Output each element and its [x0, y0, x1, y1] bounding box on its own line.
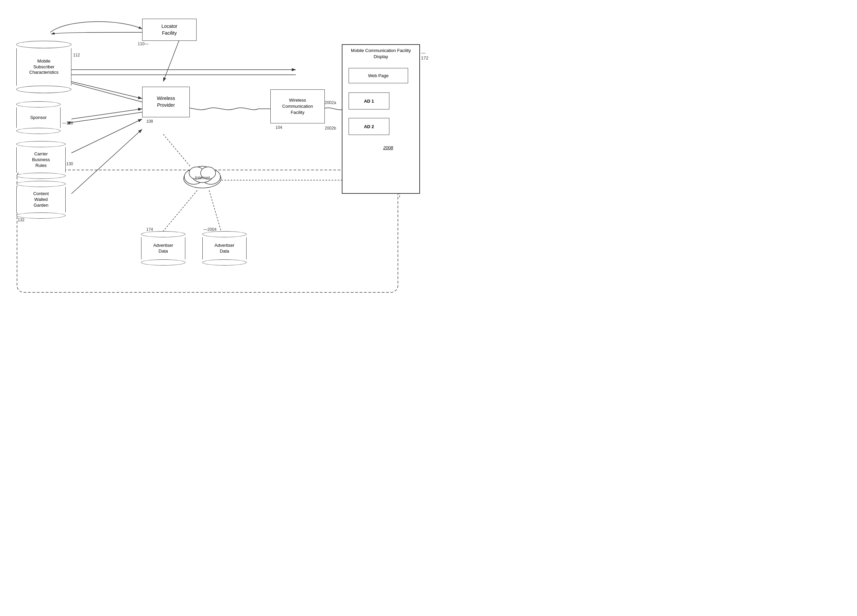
advertiser-data-2-label: Advertiser Data	[215, 243, 235, 254]
advertiser-data-1-cylinder: Advertiser Data	[141, 231, 185, 266]
svg-text:Internet: Internet	[195, 175, 210, 180]
advertiser-data-2-cylinder: Advertiser Data	[203, 231, 246, 266]
svg-line-5	[71, 82, 142, 99]
internet-cloud: Internet	[180, 158, 224, 192]
ad2-box: AD 2	[348, 118, 389, 135]
locator-facility-label: Locator Facility	[162, 23, 178, 36]
svg-line-10	[72, 112, 142, 122]
wireless-comm-label: Wireless Communication Facility	[282, 97, 313, 116]
content-walled-garden-cylinder: Content Walled Garden	[16, 181, 66, 219]
advertiser-data-1-label: Advertiser Data	[153, 243, 173, 254]
svg-line-8	[71, 129, 142, 194]
ref-2002a: 2002a	[325, 100, 336, 105]
ref-174: 174	[146, 227, 153, 232]
ad1-label: AD 1	[364, 99, 374, 104]
ref-172: —172	[421, 50, 428, 60]
ref-110: 110—	[138, 42, 149, 46]
ref-132: 132	[18, 218, 25, 222]
ref-108: 108	[146, 119, 153, 124]
sponsor-cylinder: Sponsor	[16, 101, 60, 134]
sponsor-label: Sponsor	[30, 115, 46, 121]
ref-104: 104	[275, 125, 282, 130]
ref-128: —128	[62, 121, 73, 125]
svg-line-7	[71, 119, 142, 153]
mobile-subscriber-label: Mobile Subscriber Characteristics	[29, 59, 59, 76]
webpage-box: Web Page	[348, 68, 408, 83]
carrier-business-label: Carrier Business Rules	[32, 151, 50, 168]
wireless-comm-box: Wireless Communication Facility	[271, 90, 325, 124]
mcf-display-label: Mobile Communication Facility Display	[351, 48, 411, 59]
mcf-display-box: Mobile Communication Facility Display We…	[342, 44, 420, 194]
svg-line-6	[71, 109, 142, 119]
locator-facility-box: Locator Facility	[142, 19, 196, 41]
webpage-label: Web Page	[368, 73, 388, 78]
ref-2002b: 2002b	[325, 126, 336, 131]
svg-line-16	[209, 190, 221, 231]
svg-line-15	[163, 190, 197, 231]
ref-2008: 2008	[383, 145, 393, 150]
content-walled-label: Content Walled Garden	[33, 191, 49, 208]
svg-line-19	[163, 37, 180, 82]
mobile-subscriber-cylinder: Mobile Subscriber Characteristics	[16, 41, 71, 93]
ad1-box: AD 1	[348, 93, 389, 110]
svg-line-9	[72, 83, 142, 102]
carrier-business-cylinder: Carrier Business Rules	[16, 141, 66, 179]
diagram: Locator Facility 110— Mobile Subscriber …	[0, 0, 428, 308]
wireless-provider-label: Wireless Provider	[157, 95, 175, 108]
ad2-label: AD 2	[364, 124, 374, 129]
ref-112: 112	[73, 53, 80, 57]
wireless-provider-box: Wireless Provider	[142, 87, 190, 117]
